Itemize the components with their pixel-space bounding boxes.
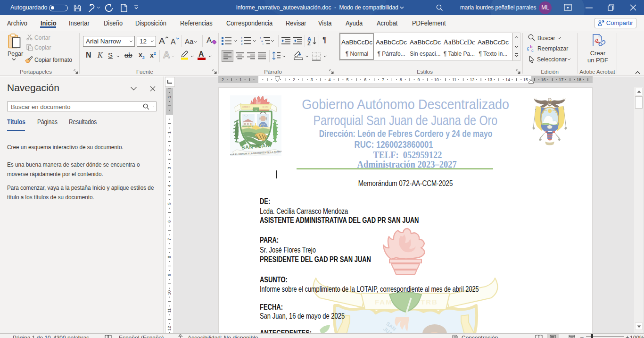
svg-text:i: i: [263, 42, 263, 45]
svg-text:10: 10: [167, 290, 172, 295]
svg-text:4: 4: [329, 77, 331, 82]
svg-text:11: 11: [167, 308, 172, 313]
svg-text:4: 4: [167, 185, 172, 187]
svg-text:16: 16: [541, 77, 545, 82]
svg-text:1: 1: [239, 77, 242, 82]
svg-text:5: 5: [167, 203, 172, 205]
svg-text:10: 10: [434, 77, 439, 82]
svg-text:3: 3: [167, 167, 172, 169]
svg-text:8: 8: [400, 77, 402, 82]
svg-text:9: 9: [417, 77, 420, 82]
svg-text:1: 1: [241, 37, 243, 40]
svg-text:6: 6: [167, 220, 172, 223]
svg-text:5: 5: [346, 77, 348, 82]
svg-text:7: 7: [382, 77, 384, 82]
svg-text:3: 3: [241, 42, 243, 45]
svg-text:13: 13: [487, 77, 492, 82]
svg-text:17: 17: [559, 77, 563, 82]
svg-text:12: 12: [167, 326, 172, 330]
svg-text:2: 2: [222, 77, 224, 82]
svg-text:15: 15: [523, 77, 528, 82]
svg-text:7: 7: [167, 238, 172, 240]
svg-text:1: 1: [167, 131, 172, 134]
svg-text:1: 1: [167, 96, 172, 98]
svg-text:18: 18: [577, 77, 581, 82]
svg-text:2: 2: [167, 149, 172, 152]
svg-text:12: 12: [470, 77, 474, 82]
svg-text:3: 3: [311, 77, 313, 82]
svg-text:TRB: TRB: [421, 298, 438, 306]
svg-text:6: 6: [364, 77, 366, 82]
svg-text:c: c: [531, 48, 534, 52]
svg-text:2: 2: [293, 77, 295, 82]
svg-text:9: 9: [167, 274, 172, 276]
svg-text:11: 11: [452, 77, 456, 82]
svg-text:14: 14: [505, 77, 510, 82]
svg-text:8: 8: [167, 256, 172, 258]
svg-text:FAM: FAM: [375, 298, 393, 306]
svg-text:1: 1: [260, 37, 262, 40]
